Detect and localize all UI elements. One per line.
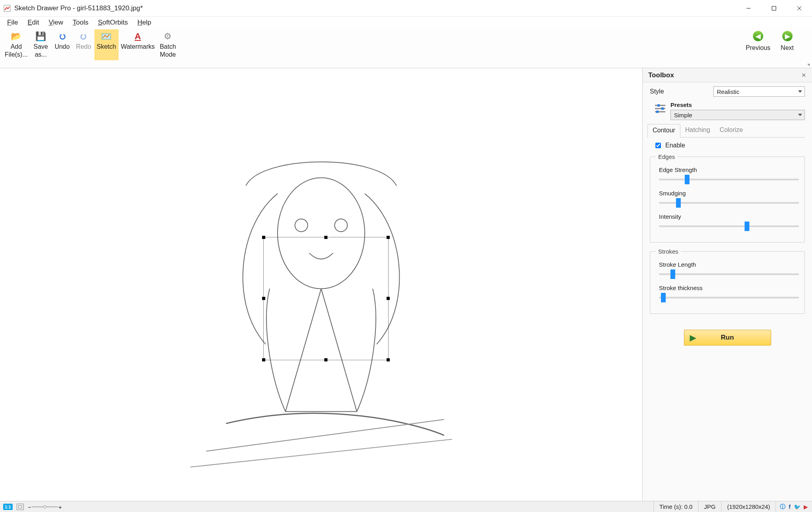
watermarks-button[interactable]: A Watermarks: [119, 29, 157, 60]
add-files-label: Add File(s)...: [5, 43, 28, 59]
maximize-button[interactable]: [761, 0, 787, 16]
run-button[interactable]: ▶ Run: [684, 330, 771, 346]
statusbar: 1:1 − + Time (s): 0.0 JPG (1920x1280x24)…: [0, 501, 812, 512]
redo-button[interactable]: Redo: [73, 29, 94, 60]
toolbox-panel: Toolbox ✕ Style Realistic Presets Simple: [642, 68, 812, 501]
info-icon[interactable]: ⓘ: [780, 503, 785, 510]
presets-label: Presets: [670, 101, 805, 108]
style-select[interactable]: Realistic: [713, 86, 805, 97]
tab-contour[interactable]: Contour: [647, 124, 680, 138]
toolbar-overflow-icon[interactable]: [807, 64, 810, 66]
strokes-legend: Strokes: [656, 248, 681, 255]
menu-help[interactable]: Help: [134, 17, 155, 28]
style-value: Realistic: [717, 88, 739, 95]
chevron-down-icon: [798, 90, 802, 93]
add-files-button[interactable]: 📂 Add File(s)...: [2, 29, 30, 60]
toolbox-title: Toolbox: [648, 71, 801, 79]
tab-hatching[interactable]: Hatching: [680, 124, 715, 137]
previous-label: Previous: [746, 44, 770, 52]
zoom-actual-button[interactable]: 1:1: [3, 504, 13, 510]
enable-label: Enable: [665, 142, 685, 149]
tab-colorize[interactable]: Colorize: [715, 124, 748, 137]
svg-point-8: [335, 219, 347, 232]
resize-handle-s[interactable]: [324, 358, 327, 361]
zoom-fit-button[interactable]: [17, 504, 24, 510]
menu-edit[interactable]: Edit: [23, 17, 43, 28]
stroke-thickness-label: Stroke thickness: [659, 285, 799, 291]
resize-handle-se[interactable]: [387, 358, 390, 361]
next-button[interactable]: ▶ Next: [781, 31, 794, 52]
arrow-right-icon: ▶: [782, 31, 793, 41]
svg-rect-12: [661, 107, 664, 110]
svg-rect-14: [656, 111, 659, 113]
edge-strength-slider[interactable]: [659, 176, 799, 183]
twitter-icon[interactable]: 🐦: [794, 504, 801, 510]
edges-legend: Edges: [656, 153, 678, 160]
smudging-label: Smudging: [659, 190, 799, 197]
gear-icon: ⚙: [164, 31, 172, 42]
previous-button[interactable]: ◀ Previous: [746, 31, 770, 52]
batch-mode-button[interactable]: ⚙ Batch Mode: [157, 29, 178, 60]
selection-rectangle[interactable]: [263, 237, 389, 360]
undo-label: Undo: [55, 43, 70, 51]
facebook-icon[interactable]: f: [789, 504, 791, 510]
resize-handle-n[interactable]: [324, 236, 327, 239]
watermarks-label: Watermarks: [121, 43, 155, 51]
redo-label: Redo: [76, 43, 91, 51]
redo-icon: [79, 31, 88, 42]
edge-strength-label: Edge Strength: [659, 166, 799, 173]
menu-file[interactable]: File: [3, 17, 22, 28]
toolbox-close-button[interactable]: ✕: [801, 72, 806, 79]
sliders-icon: [650, 101, 670, 113]
batch-label: Batch Mode: [160, 43, 176, 59]
svg-point-7: [295, 219, 308, 232]
strokes-group: Strokes Stroke Length Stroke thickness: [650, 248, 805, 314]
save-as-label: Save as...: [34, 43, 48, 59]
resize-handle-e[interactable]: [387, 297, 390, 300]
resize-handle-nw[interactable]: [262, 236, 265, 239]
intensity-slider[interactable]: [659, 222, 799, 230]
resize-handle-w[interactable]: [262, 297, 265, 300]
save-icon: 💾: [35, 31, 46, 42]
sketch-button[interactable]: Sketch: [94, 29, 119, 60]
play-icon: ▶: [690, 333, 696, 342]
svg-rect-2: [772, 6, 776, 10]
minimize-button[interactable]: [736, 0, 761, 16]
youtube-icon[interactable]: ▶: [804, 504, 808, 510]
arrow-left-icon: ◀: [753, 31, 763, 41]
menu-softorbits[interactable]: SoftOrbits: [94, 17, 132, 28]
smudging-slider[interactable]: [659, 199, 799, 207]
style-label: Style: [650, 88, 713, 95]
edges-group: Edges Edge Strength Smudging Intensity: [650, 153, 805, 243]
close-button[interactable]: [787, 0, 812, 16]
next-label: Next: [781, 44, 794, 52]
status-time: Time (s): 0.0: [653, 501, 698, 512]
resize-handle-sw[interactable]: [262, 358, 265, 361]
run-label: Run: [721, 334, 734, 342]
folder-open-icon: 📂: [11, 31, 21, 42]
enable-checkbox[interactable]: [655, 143, 661, 148]
menu-view[interactable]: View: [45, 17, 67, 28]
presets-value: Simple: [674, 112, 692, 118]
svg-rect-10: [657, 104, 660, 107]
zoom-slider[interactable]: − +: [28, 504, 62, 510]
stroke-length-label: Stroke Length: [659, 261, 799, 268]
undo-button[interactable]: Undo: [52, 29, 73, 60]
sketch-label: Sketch: [97, 43, 116, 51]
undo-icon: [58, 31, 67, 42]
toolbar: 📂 Add File(s)... 💾 Save as... Undo Redo …: [0, 29, 812, 68]
stroke-length-slider[interactable]: [659, 270, 799, 278]
window-title: Sketch Drawer Pro - girl-511883_1920.jpg…: [14, 4, 736, 12]
resize-handle-ne[interactable]: [387, 236, 390, 239]
status-format: JPG: [698, 501, 721, 512]
sketch-icon: [102, 31, 111, 42]
titlebar: Sketch Drawer Pro - girl-511883_1920.jpg…: [0, 0, 812, 17]
menu-tools[interactable]: Tools: [69, 17, 92, 28]
stroke-thickness-slider[interactable]: [659, 294, 799, 302]
intensity-label: Intensity: [659, 213, 799, 220]
canvas[interactable]: [0, 68, 642, 501]
watermark-icon: A: [135, 31, 141, 42]
save-as-button[interactable]: 💾 Save as...: [30, 29, 52, 60]
presets-select[interactable]: Simple: [670, 110, 805, 120]
chevron-down-icon: [798, 114, 802, 116]
